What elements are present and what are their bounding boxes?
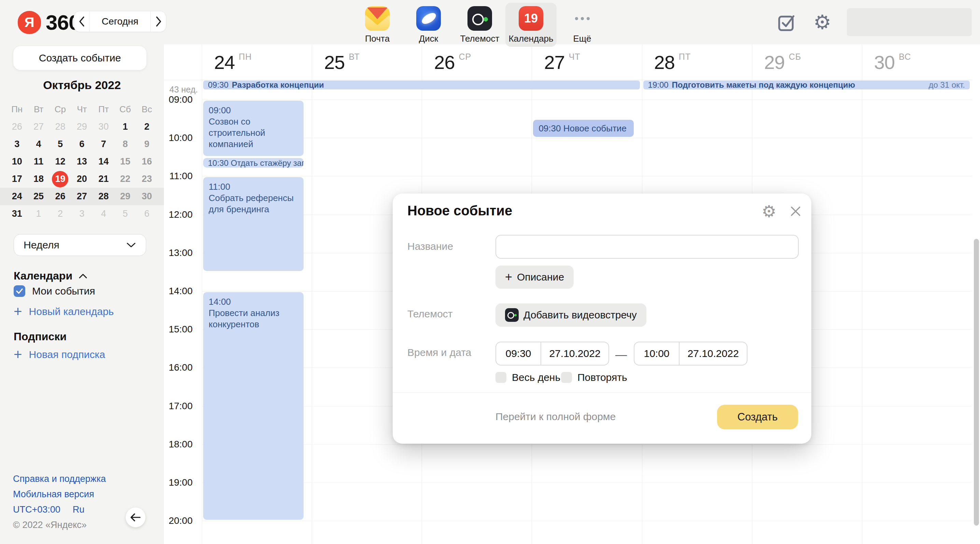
repeat-checkbox[interactable]: Повторять: [561, 372, 627, 383]
mini-calendar-day[interactable]: 3: [6, 139, 28, 149]
collapse-sidebar-button[interactable]: [126, 508, 145, 527]
mobile-version-link[interactable]: Мобильная версия: [13, 489, 106, 500]
mini-calendar-day[interactable]: 2: [49, 209, 71, 219]
mini-calendar-day[interactable]: 25: [28, 191, 49, 202]
settings-gear-icon[interactable]: ⚙: [811, 11, 833, 33]
mini-calendar-day[interactable]: 13: [71, 156, 92, 167]
calendar-event[interactable]: 14:00Провести анализ конкурентов: [203, 292, 304, 520]
mini-calendar-day[interactable]: 26: [6, 122, 28, 132]
mini-calendar-day[interactable]: 5: [115, 209, 136, 219]
new-subscription-link[interactable]: + Новая подписка: [14, 349, 105, 360]
app-calendar[interactable]: 19 Календарь: [505, 3, 557, 47]
event-name-input[interactable]: [495, 235, 799, 259]
day-header[interactable]: 27ЧТ: [532, 44, 642, 80]
tasks-icon[interactable]: [776, 11, 798, 33]
view-select[interactable]: Неделя: [14, 234, 146, 256]
mini-calendar-day[interactable]: 5: [49, 139, 71, 149]
language-link[interactable]: Ru: [73, 504, 85, 515]
hour-gridline: [202, 176, 972, 176]
app-telemost[interactable]: Телемост: [454, 3, 505, 47]
create-event-button[interactable]: Создать событие: [13, 46, 147, 70]
close-icon[interactable]: [785, 201, 806, 222]
user-profile-area[interactable]: [847, 8, 972, 36]
mini-calendar-day[interactable]: 12: [49, 156, 71, 167]
mini-calendar-day[interactable]: 29: [115, 191, 136, 202]
event-settings-gear-icon[interactable]: ⚙: [759, 201, 779, 222]
end-date-field[interactable]: 27.10.2022: [679, 342, 747, 365]
day-header[interactable]: 26СР: [422, 44, 532, 80]
calendar-event[interactable]: 11:00Собрать референсы для брендинга: [203, 177, 304, 271]
day-header[interactable]: 30ВС: [862, 44, 972, 80]
subscriptions-section-title[interactable]: Подписки: [14, 330, 67, 343]
app-disk[interactable]: Диск: [403, 3, 454, 47]
calendar-event[interactable]: 09:00Созвон со строительной компанией: [203, 101, 304, 156]
prev-week-button[interactable]: [74, 11, 89, 32]
start-time-field[interactable]: 09:30: [496, 342, 541, 365]
yandex-360-logo[interactable]: Я 360: [18, 10, 80, 35]
mini-calendar-day[interactable]: 17: [6, 174, 28, 184]
calendar-my-events[interactable]: Мои события: [14, 285, 95, 297]
next-week-button[interactable]: [151, 11, 166, 32]
all-day-event[interactable]: 09:30Разработка концепции: [203, 81, 640, 89]
mini-calendar-day[interactable]: 16: [136, 156, 158, 167]
mini-calendar-day[interactable]: 18: [28, 174, 49, 184]
help-link[interactable]: Справка и поддержка: [13, 474, 106, 484]
mini-calendar-day[interactable]: 6: [136, 209, 158, 219]
checkbox-unchecked-icon[interactable]: [495, 372, 506, 383]
day-header[interactable]: 29СБ: [752, 44, 862, 80]
start-date-field[interactable]: 27.10.2022: [541, 342, 608, 365]
mini-calendar-today[interactable]: 19: [52, 171, 68, 187]
mini-calendar-day[interactable]: 10: [6, 156, 28, 167]
mini-calendar-day[interactable]: 8: [115, 139, 136, 149]
mini-calendar-day[interactable]: 22: [115, 174, 136, 184]
day-header[interactable]: 25ВТ: [312, 44, 422, 80]
mini-calendar-day[interactable]: 28: [49, 122, 71, 132]
calendar-event[interactable]: 09:30 Новое событие: [533, 120, 633, 137]
calendars-section-title[interactable]: Календари: [14, 270, 88, 282]
mini-calendar-day[interactable]: 27: [71, 191, 92, 202]
mini-calendar-day[interactable]: 7: [93, 139, 115, 149]
today-button[interactable]: Сегодня: [89, 11, 151, 32]
all-day-event[interactable]: 19:00Подготовить макеты под каждую конце…: [643, 81, 970, 89]
mini-calendar-day[interactable]: 9: [136, 139, 158, 149]
day-header[interactable]: 28ПТ: [642, 44, 752, 80]
mini-calendar-day[interactable]: 30: [93, 122, 115, 132]
full-form-link[interactable]: Перейти к полной форме: [495, 411, 616, 422]
mini-calendar-week-row: 3456789: [0, 135, 164, 153]
checkbox-checked-icon[interactable]: [14, 285, 25, 297]
mini-calendar-day[interactable]: 23: [136, 174, 158, 184]
utc-link[interactable]: UTC+03:00: [13, 504, 60, 515]
mini-calendar-day[interactable]: 29: [71, 122, 92, 132]
app-more[interactable]: Ещё: [557, 3, 608, 47]
mini-calendar-day[interactable]: 1: [115, 122, 136, 132]
mini-calendar-day[interactable]: 4: [93, 209, 115, 219]
mini-calendar-day[interactable]: 28: [93, 191, 115, 202]
mini-calendar-day[interactable]: 27: [28, 122, 49, 132]
mini-calendar-day[interactable]: 1: [28, 209, 49, 219]
mini-calendar-day[interactable]: 3: [71, 209, 92, 219]
checkbox-unchecked-icon[interactable]: [561, 372, 572, 383]
mini-calendar-day[interactable]: 31: [6, 209, 28, 219]
add-description-button[interactable]: + Описание: [495, 265, 574, 289]
scrollbar-thumb[interactable]: [974, 239, 979, 526]
day-header[interactable]: 24ПН: [202, 44, 312, 80]
create-button[interactable]: Создать: [717, 405, 798, 429]
end-time-field[interactable]: 10:00: [635, 342, 679, 365]
all-day-checkbox[interactable]: Весь день: [495, 372, 560, 383]
mini-calendar-day[interactable]: 11: [28, 156, 49, 167]
mini-calendar-day[interactable]: 6: [71, 139, 92, 149]
new-calendar-link[interactable]: + Новый календарь: [14, 306, 114, 317]
mini-calendar-day[interactable]: 15: [115, 156, 136, 167]
mini-calendar-day[interactable]: 19: [49, 171, 71, 187]
mini-calendar-day[interactable]: 21: [93, 174, 115, 184]
mini-calendar-day[interactable]: 14: [93, 156, 115, 167]
mini-calendar-day[interactable]: 30: [136, 191, 158, 202]
mini-calendar-day[interactable]: 24: [6, 191, 28, 202]
add-video-meeting-button[interactable]: Добавить видеовстречу: [495, 303, 646, 327]
calendar-event[interactable]: 10:30 Отдать стажёру запи…: [203, 158, 304, 168]
mini-calendar-day[interactable]: 2: [136, 122, 158, 132]
mini-calendar-day[interactable]: 26: [49, 191, 71, 202]
app-mail[interactable]: Почта: [352, 3, 403, 47]
mini-calendar-day[interactable]: 20: [71, 174, 92, 184]
mini-calendar-day[interactable]: 4: [28, 139, 49, 149]
